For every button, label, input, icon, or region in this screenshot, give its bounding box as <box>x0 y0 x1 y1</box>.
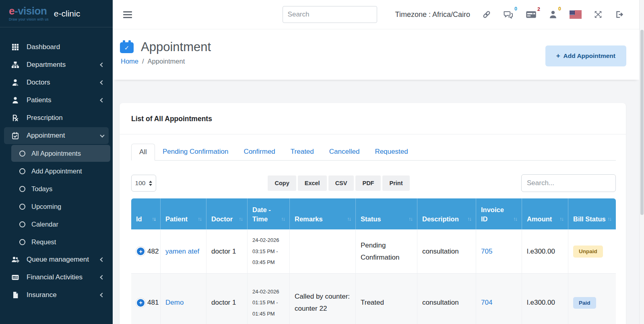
sidebar-item-queue-management[interactable]: Queue management <box>4 251 109 268</box>
sidebar-item-dashboard[interactable]: Dashboard <box>4 39 109 56</box>
appointments-table-wrap: Id↑↓ Patient↑↓ Doctor↑↓ Date - Time↑↓ Re… <box>131 198 616 324</box>
sidebar-item-doctors[interactable]: Doctors <box>4 74 109 91</box>
sort-icon: ↑↓ <box>347 215 351 223</box>
sidebar-item-appointment[interactable]: Appointment <box>4 127 109 144</box>
sidebar-subitem-label: Calendar <box>31 220 58 229</box>
chevron-left-icon <box>100 257 104 262</box>
language-button[interactable] <box>570 10 582 19</box>
appointment-id: 482 <box>147 246 159 258</box>
users-button[interactable]: 0 <box>549 10 557 19</box>
cell-bill-status: Unpaid <box>568 229 616 274</box>
expand-icon <box>594 10 603 19</box>
user-icon <box>549 10 557 19</box>
column-header-remarks[interactable]: Remarks↑↓ <box>290 198 356 229</box>
sidebar-subitem-calendar[interactable]: Calendar <box>11 216 110 233</box>
column-header-date-time[interactable]: Date - Time↑↓ <box>248 198 290 229</box>
check-icon: ✓ <box>120 42 134 53</box>
menu-toggle-button[interactable] <box>123 11 132 18</box>
sort-icon: ↑↓ <box>607 215 611 223</box>
tab-pending-confirmation[interactable]: Pending Confirmation <box>155 144 236 161</box>
tab-cancelled[interactable]: Cancelled <box>322 144 367 161</box>
sort-icon: ↑↓ <box>409 215 412 223</box>
table-header-row: Id↑↓ Patient↑↓ Doctor↑↓ Date - Time↑↓ Re… <box>131 198 616 229</box>
time-end-value: 01:45 PM <box>252 311 285 317</box>
sidebar-item-patients[interactable]: Patients <box>4 92 109 109</box>
tab-treated[interactable]: Treated <box>283 144 322 161</box>
topbar-search-input[interactable] <box>283 6 377 23</box>
csv-button[interactable]: CSV <box>328 175 354 191</box>
bill-status-badge: Unpaid <box>573 246 603 258</box>
invoice-link[interactable]: 705 <box>481 248 492 255</box>
table-search-input[interactable] <box>521 174 616 192</box>
column-header-doctor[interactable]: Doctor↑↓ <box>206 198 248 229</box>
column-header-invoice-id[interactable]: Invoice ID↑↓ <box>476 198 522 229</box>
expand-row-button[interactable]: + <box>136 247 145 256</box>
logout-icon <box>615 10 624 19</box>
calendar-check-icon <box>10 132 20 140</box>
column-header-description[interactable]: Description↑↓ <box>417 198 476 229</box>
tab-all[interactable]: All <box>131 144 155 161</box>
sidebar-subitem-all-appointments[interactable]: All Appointments <box>11 145 110 162</box>
column-header-bill-status[interactable]: Bill Status↑↓ <box>568 198 616 229</box>
billing-button[interactable]: 2 <box>526 10 537 19</box>
sidebar-item-prescription[interactable]: Prescription <box>4 109 109 126</box>
brand-logo: e-vision Draw your vision with us e-clin… <box>0 0 113 27</box>
chevron-left-icon <box>100 62 104 67</box>
breadcrumb-separator: / <box>142 58 144 65</box>
column-header-patient[interactable]: Patient↑↓ <box>161 198 206 229</box>
cell-date-time: 24-02-2026 03:15 PM - 03:45 PM <box>248 229 290 274</box>
link-button[interactable] <box>482 10 491 19</box>
cell-id: + 481 <box>131 274 161 324</box>
print-button[interactable]: Print <box>382 175 409 191</box>
sidebar-subitem-upcoming[interactable]: Upcoming <box>11 198 110 215</box>
date-value: 24-02-2026 <box>252 289 285 295</box>
table-row: + 481 Demo doctor 1 24-02-2026 01:15 PM … <box>131 274 616 324</box>
breadcrumb-home-link[interactable]: Home <box>121 58 138 65</box>
tab-confirmed[interactable]: Confirmed <box>236 144 283 161</box>
page-title: Appointment <box>141 40 211 54</box>
sidebar-item-insurance[interactable]: Insurance <box>4 287 109 303</box>
page-size-select[interactable]: 100 <box>131 175 156 192</box>
expand-row-button[interactable]: + <box>136 298 145 307</box>
patient-link[interactable]: Demo <box>165 299 184 306</box>
column-header-id[interactable]: Id↑↓ <box>131 198 161 229</box>
add-appointment-button[interactable]: + Add Appointment <box>545 45 626 66</box>
column-header-amount[interactable]: Amount↑↓ <box>522 198 568 229</box>
sidebar-subitem-todays[interactable]: Todays <box>11 180 110 197</box>
patient-link[interactable]: yamen atef <box>165 248 199 255</box>
cell-invoice-id: 704 <box>476 274 522 324</box>
fullscreen-button[interactable] <box>594 10 603 19</box>
cell-status: Pending Confirmation <box>356 229 417 274</box>
copy-button[interactable]: Copy <box>268 175 296 191</box>
excel-button[interactable]: Excel <box>298 175 327 191</box>
messages-button[interactable]: 0 <box>503 10 514 19</box>
column-header-status[interactable]: Status↑↓ <box>356 198 417 229</box>
cell-status: Treated <box>356 274 417 324</box>
topbar-right: Timezone : Africa/Cairo 0 2 <box>395 10 624 19</box>
page-header: ✓ Appointment Home / Appointment + Add A… <box>113 29 639 80</box>
sidebar-item-departments[interactable]: Departments <box>4 56 109 73</box>
logout-button[interactable] <box>615 10 624 19</box>
invoice-link[interactable]: 704 <box>481 299 492 306</box>
status-tabs: All Pending Confirmation Confirmed Treat… <box>131 144 616 161</box>
sidebar-subitem-request[interactable]: Request <box>11 233 110 250</box>
sort-icon: ↑↓ <box>281 215 285 223</box>
cell-patient: Demo <box>161 274 206 324</box>
sidebar-item-label: Insurance <box>27 291 94 299</box>
cell-doctor: doctor 1 <box>206 274 248 324</box>
sidebar-subitem-label: All Appointments <box>31 149 81 158</box>
sidebar-subitem-label: Todays <box>31 184 52 193</box>
cell-invoice-id: 705 <box>476 229 522 274</box>
cell-remarks <box>290 229 356 274</box>
page-scrollbar[interactable] <box>639 0 644 324</box>
circle-icon <box>19 168 25 174</box>
pdf-button[interactable]: PDF <box>355 175 381 191</box>
sidebar-subitem-add-appointment[interactable]: Add Appointment <box>11 163 110 180</box>
circle-icon <box>19 239 25 245</box>
tab-requested[interactable]: Requested <box>367 144 415 161</box>
sidebar-item-financial-activities[interactable]: Financial Activities <box>4 269 109 286</box>
chevron-down-icon <box>100 133 104 137</box>
cell-description: consultation <box>417 229 476 274</box>
sort-icon: ↑↓ <box>513 215 517 223</box>
scrollbar-thumb[interactable] <box>640 30 644 215</box>
